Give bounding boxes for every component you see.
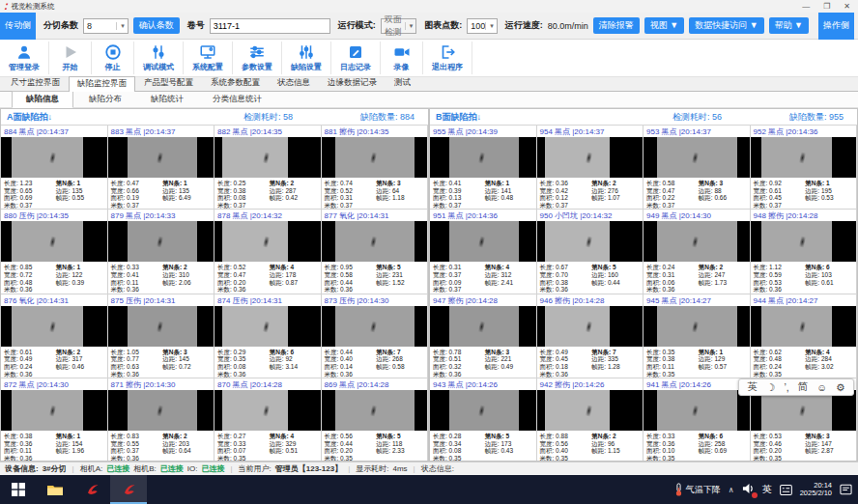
tray-expand-icon[interactable]: ∧ xyxy=(729,486,734,494)
clear-alarm-button[interactable]: 清除报警 xyxy=(593,17,640,34)
defect-cell[interactable]: 879 黑点 |20:14:33 长度: 0.33 宽度: 0.41 面积: 0… xyxy=(108,210,215,294)
volume-icon[interactable] xyxy=(742,483,755,496)
defect-cell[interactable]: 952 黑点 |20:14:36 长度: 0.92 宽度: 0.61 面积: 0… xyxy=(751,126,858,210)
exit-program-button[interactable]: 退出程序 xyxy=(423,42,472,74)
defect-mark xyxy=(49,153,56,164)
defect-cell[interactable]: 870 黑点 |20:14:28 长度: 0.27 宽度: 0.33 面积: 0… xyxy=(214,378,322,462)
subtab-classification-statistics[interactable]: 分类信息统计 xyxy=(199,92,275,107)
chart-points-select[interactable]: 100 xyxy=(467,18,498,34)
defect-cell[interactable]: 950 小凹坑 |20:14:32 长度: 0.67 宽度: 0.70 面积: … xyxy=(537,210,644,294)
defect-image xyxy=(644,390,750,431)
defect-cell[interactable]: 880 压伤 |20:14:35 长度: 0.85 宽度: 0.72 面积: 0… xyxy=(1,210,108,294)
notification-center-icon[interactable] xyxy=(840,484,852,495)
tab-product-model-config[interactable]: 产品型号配置 xyxy=(135,75,202,91)
ime-language-toggle[interactable]: 英 xyxy=(748,380,758,394)
ime-punctuation-toggle[interactable]: ’, xyxy=(784,381,788,393)
run-mode-select[interactable]: 双面检测 xyxy=(381,18,416,34)
cell-frame-distance: 帧距: 2.41 xyxy=(485,279,533,287)
defect-cell[interactable]: 871 擦伤 |20:14:30 长度: 0.83 宽度: 0.55 面积: 0… xyxy=(108,378,215,462)
taskbar-clock[interactable]: 20:14 2025/2/10 xyxy=(800,482,832,498)
debug-mode-button[interactable]: 调试模式 xyxy=(134,42,184,74)
defect-cell[interactable]: 954 黑点 |20:14:37 长度: 0.36 宽度: 0.42 面积: 0… xyxy=(537,126,644,210)
defect-image xyxy=(108,221,214,262)
roll-number-label: 卷号 xyxy=(187,19,205,32)
vision-app-button[interactable] xyxy=(73,475,110,504)
tab-system-param-config[interactable]: 系统参数配置 xyxy=(202,75,269,91)
system-config-button[interactable]: 系统配置 xyxy=(184,42,233,74)
panel-b-count-value: 955 xyxy=(829,112,844,122)
weather-widget[interactable]: 气温下降 xyxy=(674,483,721,496)
ime-keyboard-icon[interactable] xyxy=(780,485,792,495)
confirm-count-button[interactable]: 确认条数 xyxy=(133,17,180,34)
subtab-defect-info[interactable]: 缺陷信息 xyxy=(12,91,73,108)
defect-cell[interactable]: 945 黑点 |20:14:27 长度: 0.35 宽度: 0.38 面积: 0… xyxy=(644,294,751,378)
defect-cell[interactable]: 953 黑点 |20:14:37 长度: 0.58 宽度: 0.47 面积: 0… xyxy=(644,126,751,210)
recording-button[interactable]: 录像 xyxy=(381,42,423,74)
defect-cell[interactable]: 881 擦伤 |20:14:35 长度: 0.74 宽度: 0.52 面积: 0… xyxy=(322,126,429,210)
taskbar-ime-language[interactable]: 英 xyxy=(762,483,772,496)
tab-edge-data-record[interactable]: 边缘数据记录 xyxy=(319,75,386,91)
defect-cell[interactable]: 878 黑点 |20:14:32 长度: 0.52 宽度: 0.47 面积: 0… xyxy=(214,210,322,294)
slit-count-select[interactable]: 8 xyxy=(83,18,129,34)
operate-side-button[interactable]: 操作侧 xyxy=(818,13,854,40)
cell-edge-distance: 边距: 135 xyxy=(56,187,104,195)
defect-cell[interactable]: 948 擦伤 |20:14:28 长度: 1.12 宽度: 0.59 面积: 0… xyxy=(751,210,858,294)
file-explorer-button[interactable] xyxy=(37,475,73,504)
cell-frame-distance: 帧距: 0.66 xyxy=(699,194,747,202)
minimize-button[interactable]: — xyxy=(802,2,810,11)
defect-cell[interactable]: 955 黑点 |20:14:39 长度: 0.41 宽度: 0.39 面积: 0… xyxy=(430,126,537,210)
defect-cell[interactable]: 947 擦伤 |20:14:28 长度: 0.78 宽度: 0.51 面积: 0… xyxy=(430,294,537,378)
roll-number-input[interactable] xyxy=(210,18,330,34)
cell-strip-number: 第N条: 2 xyxy=(162,433,211,440)
ime-emoji-icon[interactable]: ☺ xyxy=(816,381,827,393)
stop-button[interactable]: 停止 xyxy=(92,42,134,74)
defect-cell[interactable]: 869 黑点 |20:14:28 长度: 0.56 宽度: 0.44 面积: 0… xyxy=(322,378,429,462)
manage-login-button[interactable]: 管理登录 xyxy=(0,42,49,74)
vision-app-active-button[interactable] xyxy=(110,475,147,504)
tab-size-monitor[interactable]: 尺寸监控界面 xyxy=(2,75,69,91)
defect-cell[interactable]: 943 黑点 |20:14:26 长度: 0.28 宽度: 0.34 面积: 0… xyxy=(430,378,537,462)
panel-b-elapsed-label: 检测耗时: xyxy=(672,112,710,122)
cell-info: 长度: 1.23 宽度: 0.65 面积: 0.69 米数: 0.37 第N条:… xyxy=(1,178,107,209)
defect-cell[interactable]: 941 黑点 |20:14:26 长度: 0.33 宽度: 0.36 面积: 0… xyxy=(644,378,751,462)
subtab-defect-statistics[interactable]: 缺陷统计 xyxy=(137,92,197,107)
defect-cell[interactable]: 942 擦伤 |20:14:26 长度: 0.88 宽度: 0.56 面积: 0… xyxy=(537,378,644,462)
defect-cell[interactable]: 873 压伤 |20:14:30 长度: 0.44 宽度: 0.40 面积: 0… xyxy=(322,294,429,378)
cell-length: 长度: 0.28 xyxy=(433,433,485,440)
tab-defect-monitor[interactable]: 缺陷监控界面 xyxy=(69,76,135,92)
view-menu-button[interactable]: 视图 ▼ xyxy=(644,17,684,34)
ime-settings-gear-icon[interactable]: ⚙ xyxy=(836,381,844,393)
defect-cell[interactable]: 949 黑点 |20:14:30 长度: 0.24 宽度: 0.31 面积: 0… xyxy=(644,210,751,294)
help-menu-button[interactable]: 帮助 ▼ xyxy=(769,17,809,34)
drive-side-button[interactable]: 传动侧 xyxy=(0,13,36,40)
defect-cell[interactable]: 944 黑点 |20:14:27 长度: 0.62 宽度: 0.48 面积: 0… xyxy=(751,294,858,378)
defect-cell[interactable]: 882 黑点 |20:14:35 长度: 0.25 宽度: 0.38 面积: 0… xyxy=(214,126,322,210)
maximize-button[interactable]: ❐ xyxy=(823,2,830,11)
defect-cell[interactable]: 875 压伤 |20:14:31 长度: 1.05 宽度: 0.77 面积: 0… xyxy=(108,294,215,378)
log-record-button[interactable]: 日志记录 xyxy=(331,42,381,74)
cell-length: 长度: 0.49 xyxy=(540,349,592,356)
defect-cell[interactable]: 951 黑点 |20:14:36 长度: 0.31 宽度: 0.37 面积: 0… xyxy=(430,210,537,294)
defect-cell[interactable]: 877 氧化 |20:14:31 长度: 0.95 宽度: 0.58 面积: 0… xyxy=(322,210,429,294)
data-access-menu-button[interactable]: 数据快捷访问 ▼ xyxy=(689,17,763,34)
defect-cell[interactable]: 946 擦伤 |20:14:28 长度: 0.49 宽度: 0.45 面积: 0… xyxy=(537,294,644,378)
tab-status-info[interactable]: 状态信息 xyxy=(269,75,319,91)
defect-settings-button[interactable]: 缺陷设置 xyxy=(282,42,331,74)
ime-night-mode-icon[interactable]: ☽ xyxy=(766,381,775,393)
defect-cell[interactable]: 884 黑点 |20:14:37 长度: 1.23 宽度: 0.65 面积: 0… xyxy=(1,126,108,210)
defect-cell[interactable]: 872 黑点 |20:14:30 长度: 0.38 宽度: 0.36 面积: 0… xyxy=(1,378,108,462)
parameter-settings-button[interactable]: 参数设置 xyxy=(233,42,282,74)
defect-cell[interactable]: 876 氧化 |20:14:31 长度: 0.61 宽度: 0.49 面积: 0… xyxy=(1,294,108,378)
defect-cell[interactable]: 874 压伤 |20:14:31 长度: 0.29 宽度: 0.35 面积: 0… xyxy=(214,294,322,378)
subtab-defect-distribution[interactable]: 缺陷分布 xyxy=(75,92,135,107)
ime-simplified-toggle[interactable]: 简 xyxy=(798,380,809,394)
cell-info: 长度: 0.44 宽度: 0.40 面积: 0.14 米数: 0.36 第N条:… xyxy=(322,347,428,378)
tab-test[interactable]: 测试 xyxy=(386,75,419,91)
cell-info: 长度: 0.74 宽度: 0.52 面积: 0.31 米数: 0.37 第N条:… xyxy=(322,178,428,209)
cell-frame-distance: 帧距: 1.18 xyxy=(376,194,424,202)
start-button[interactable] xyxy=(0,475,37,504)
cell-area: 面积: 0.24 xyxy=(4,363,56,371)
defect-cell[interactable]: 883 黑点 |20:14:37 长度: 0.47 宽度: 0.66 面积: 0… xyxy=(108,126,215,210)
start-button[interactable]: 开始 xyxy=(49,42,92,74)
close-button[interactable]: ✕ xyxy=(844,2,850,11)
